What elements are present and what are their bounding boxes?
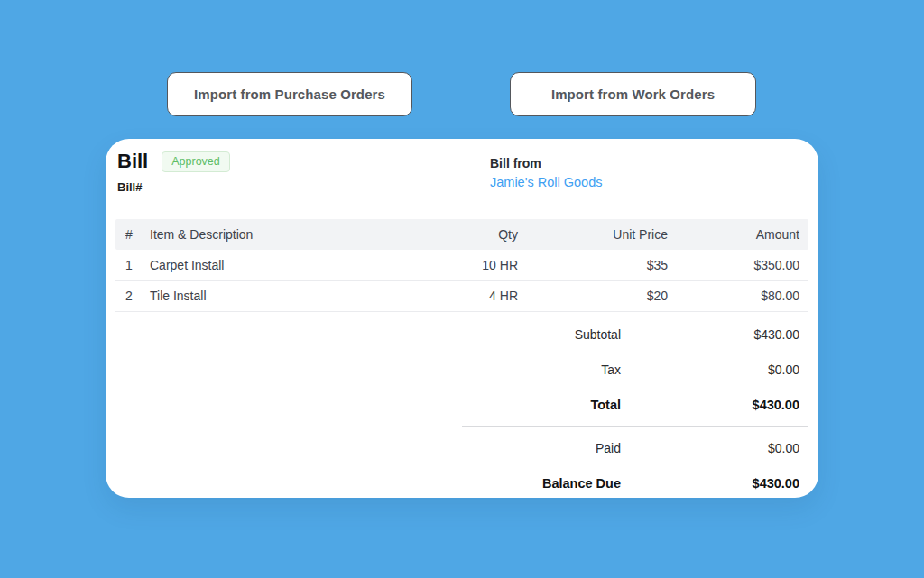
row-number: 2 — [116, 289, 150, 303]
item-amount: $80.00 — [677, 289, 808, 303]
page-background: Import from Purchase Orders Import from … — [0, 0, 924, 578]
tax-value: $0.00 — [628, 362, 808, 377]
bill-from-section: Bill from Jamie's Roll Goods — [490, 156, 602, 190]
paid-label: Paid — [462, 441, 628, 455]
balance-due-row: Balance Due $430.00 — [462, 465, 808, 498]
column-header-qty: Qty — [392, 227, 527, 242]
total-row: Total $430.00 — [462, 387, 808, 422]
vendor-link[interactable]: Jamie's Roll Goods — [490, 175, 602, 189]
total-value: $430.00 — [628, 398, 808, 412]
total-label: Total — [462, 398, 628, 412]
totals-section: Subtotal $430.00 Tax $0.00 Total $430.00… — [462, 317, 808, 498]
item-unit-price: $20 — [527, 289, 677, 303]
column-header-number: # — [116, 227, 150, 242]
table-row[interactable]: 1 Carpet Install 10 HR $35 $350.00 — [116, 250, 808, 281]
tax-label: Tax — [462, 362, 628, 377]
line-items-table: # Item & Description Qty Unit Price Amou… — [116, 219, 808, 312]
subtotal-label: Subtotal — [462, 327, 628, 342]
status-badge: Approved — [162, 151, 230, 172]
import-from-purchase-orders-button[interactable]: Import from Purchase Orders — [167, 72, 412, 116]
table-header-row: # Item & Description Qty Unit Price Amou… — [116, 219, 808, 250]
column-header-amount: Amount — [677, 227, 808, 242]
balance-due-value: $430.00 — [628, 476, 808, 491]
bill-card: Bill Approved Bill# Bill from Jamie's Ro… — [106, 139, 818, 498]
paid-value: $0.00 — [628, 441, 808, 455]
bill-title: Bill — [117, 150, 148, 173]
item-qty: 4 HR — [392, 289, 527, 303]
item-name: Tile Install — [150, 289, 392, 303]
row-number: 1 — [116, 258, 150, 272]
totals-divider — [462, 426, 808, 427]
balance-due-label: Balance Due — [462, 476, 628, 491]
column-header-item-description: Item & Description — [150, 227, 392, 242]
column-header-unit-price: Unit Price — [527, 227, 677, 242]
subtotal-row: Subtotal $430.00 — [462, 317, 808, 352]
item-amount: $350.00 — [677, 258, 808, 272]
paid-row: Paid $0.00 — [462, 430, 808, 465]
item-qty: 10 HR — [392, 258, 527, 272]
bill-from-label: Bill from — [490, 156, 602, 170]
bill-header: Bill Approved — [117, 150, 230, 173]
tax-row: Tax $0.00 — [462, 352, 808, 387]
item-name: Carpet Install — [150, 258, 392, 272]
subtotal-value: $430.00 — [628, 327, 808, 342]
item-unit-price: $35 — [527, 258, 677, 272]
import-from-work-orders-button[interactable]: Import from Work Orders — [510, 72, 756, 116]
bill-number-label: Bill# — [117, 180, 142, 194]
table-row[interactable]: 2 Tile Install 4 HR $20 $80.00 — [116, 281, 808, 313]
